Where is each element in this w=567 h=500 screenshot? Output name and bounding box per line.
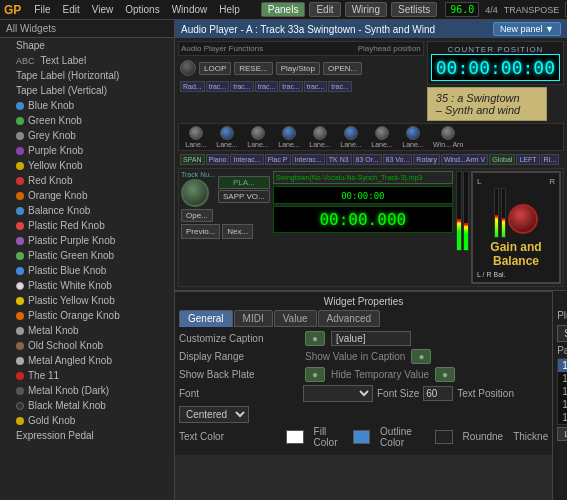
fill-color-swatch[interactable] (353, 430, 370, 444)
text-position-select[interactable]: Centered (179, 406, 249, 423)
sidebar-item-text-label[interactable]: ABC Text Label (0, 53, 174, 68)
prev-button[interactable]: Previo... (181, 224, 220, 239)
sidebar-item-tape-h[interactable]: Tape Label (Horizontal) (0, 68, 174, 83)
sidebar-item-the-11[interactable]: The 11 (0, 368, 174, 383)
yellow-knob-icon (16, 162, 24, 170)
param-item-11[interactable]: 11 - Position (558, 359, 567, 372)
gain-knob[interactable] (508, 204, 538, 234)
sidebar-item-plastic-blue[interactable]: Plastic Blue Knob (0, 263, 174, 278)
sidebar-item-plastic-white[interactable]: Plastic White Knob (0, 278, 174, 293)
panels-button[interactable]: Panels (261, 2, 306, 17)
hide-temp-toggle[interactable]: ● (435, 367, 455, 382)
menu-help[interactable]: Help (214, 3, 245, 16)
loop-button[interactable]: LOOP (199, 62, 231, 75)
sidebar-item-plastic-red[interactable]: Plastic Red Knob (0, 218, 174, 233)
ope-button[interactable]: Ope... (181, 209, 213, 222)
green-knob-icon (16, 117, 24, 125)
new-panel-button[interactable]: New panel ▼ (493, 22, 561, 36)
sidebar-item-metal-knob[interactable]: Metal Knob (0, 323, 174, 338)
sidebar-item-gold-knob[interactable]: Gold Knob (0, 413, 174, 428)
text-color-swatch[interactable] (286, 430, 303, 444)
tab-midi[interactable]: MIDI (234, 310, 273, 327)
edit-button[interactable]: Edit (309, 2, 340, 17)
show-value-toggle[interactable]: ● (411, 349, 431, 364)
sidebar-item-plastic-green[interactable]: Plastic Green Knob (0, 248, 174, 263)
open-button[interactable]: OPEN... (323, 62, 362, 75)
menu-edit[interactable]: Edit (57, 3, 84, 16)
menu-view[interactable]: View (87, 3, 119, 16)
text-color-label: Text Color (179, 431, 280, 442)
sidebar-item-plastic-yellow[interactable]: Plastic Yellow Knob (0, 293, 174, 308)
ch-knob-0[interactable] (189, 126, 203, 140)
play2-button[interactable]: PLA... (218, 176, 270, 189)
customize-caption-label: Customize Caption (179, 333, 299, 344)
sidebar-header: All Widgets (0, 20, 174, 38)
sidebar-item-red-knob[interactable]: Red Knob (0, 173, 174, 188)
learn-parameter-button[interactable]: Learn Parameter (557, 427, 567, 441)
ch-knob-5[interactable] (344, 126, 358, 140)
sidebar-item-plastic-purple[interactable]: Plastic Purple Knob (0, 233, 174, 248)
bottom-label-tkn3: TK N3 (326, 154, 352, 165)
playstop-button[interactable]: Play/Stop (276, 62, 320, 75)
reset-button[interactable]: RESE... (234, 62, 272, 75)
menu-window[interactable]: Window (167, 3, 213, 16)
param-item-15[interactable]: 15 - Sync to Host (558, 411, 567, 424)
wiring-button[interactable]: Wiring (345, 2, 387, 17)
font-size-label: Font Size (377, 388, 419, 399)
param-item-14[interactable]: 14 - Number of Tracks (558, 398, 567, 411)
ch-knob-1[interactable] (220, 126, 234, 140)
next-button[interactable]: Nex... (222, 224, 253, 239)
panel-title: Audio Player - A : Track 33a Swingtown -… (181, 24, 435, 35)
show-value-label: Show Value in Caption (305, 351, 405, 362)
bottom-label-span: SPAN (180, 154, 205, 165)
font-select[interactable] (303, 385, 373, 402)
menu-file[interactable]: File (29, 3, 55, 16)
sidebar-item-shape[interactable]: Shape (0, 38, 174, 53)
tab-value[interactable]: Value (274, 310, 317, 327)
sidebar-item-grey-knob[interactable]: Grey Knob (0, 128, 174, 143)
sidebar-item-tape-v[interactable]: Tape Label (Vertical) (0, 83, 174, 98)
param-list: 11 - Position 12 - Track Number 13 - Tra… (557, 358, 567, 425)
main-knob[interactable] (180, 60, 196, 76)
mapping-title: Mapping (557, 295, 567, 306)
customize-caption-input[interactable] (331, 331, 411, 346)
gold-knob-icon (16, 417, 24, 425)
audio-panel: Audio Player - A : Track 33a Swingtown -… (175, 20, 567, 291)
ch-knob-2[interactable] (251, 126, 265, 140)
ch-strip-1: Lane... (212, 126, 242, 148)
hide-temp-label: Hide Temporary Value (331, 369, 429, 380)
back-plate-toggle[interactable]: ● (305, 367, 325, 382)
tab-general[interactable]: General (179, 310, 233, 327)
ch-knob-wn[interactable] (441, 126, 455, 140)
sidebar-item-purple-knob[interactable]: Purple Knob (0, 143, 174, 158)
sidebar-item-expression-pedal[interactable]: Expression Pedal (0, 428, 174, 443)
outline-color-swatch[interactable] (435, 430, 452, 444)
plugin-dropdown[interactable]: Streaming Audio File Player (557, 325, 567, 342)
font-size-input[interactable] (423, 386, 453, 401)
sidebar-item-green-knob[interactable]: Green Knob (0, 113, 174, 128)
sidebar-item-orange-knob[interactable]: Orange Knob (0, 188, 174, 203)
sidebar-item-yellow-knob[interactable]: Yellow Knob (0, 158, 174, 173)
tab-advanced[interactable]: Advanced (318, 310, 380, 327)
sidebar-item-plastic-orange[interactable]: Plastic Orange Knob (0, 308, 174, 323)
sidebar-item-old-school[interactable]: Old School Knob (0, 338, 174, 353)
menu-options[interactable]: Options (120, 3, 164, 16)
sidebar-item-metal-dark[interactable]: Metal Knob (Dark) (0, 383, 174, 398)
setlists-button[interactable]: Setlists (391, 2, 437, 17)
param-item-12[interactable]: 12 - Track Number (558, 372, 567, 385)
bottom-label-piano: Piano (206, 154, 230, 165)
ch-knob-7[interactable] (406, 126, 420, 140)
sidebar-item-black-metal[interactable]: Black Metal Knob (0, 398, 174, 413)
yellow-knob-label: Yellow Knob (28, 160, 83, 171)
sidebar-item-metal-angled[interactable]: Metal Angled Knob (0, 353, 174, 368)
customize-caption-toggle[interactable]: ● (305, 331, 325, 346)
sidebar-item-blue-knob[interactable]: Blue Knob (0, 98, 174, 113)
ch-knob-3[interactable] (282, 126, 296, 140)
panel-titlebar: Audio Player - A : Track 33a Swingtown -… (175, 20, 567, 38)
ch-knob-6[interactable] (375, 126, 389, 140)
param-item-13[interactable]: 13 - Track Name (558, 385, 567, 398)
ch-knob-4[interactable] (313, 126, 327, 140)
track-knob[interactable] (181, 179, 209, 207)
sidebar-item-balance-knob[interactable]: Balance Knob (0, 203, 174, 218)
sapp-button[interactable]: SAPP VO... (218, 190, 270, 203)
